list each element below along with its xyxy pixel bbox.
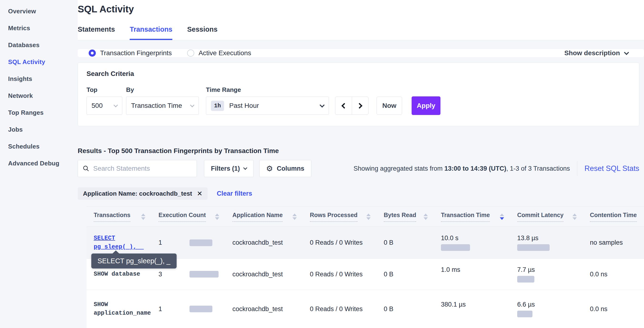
execution-count-bar (190, 306, 212, 312)
clear-filters-link[interactable]: Clear filters (217, 190, 252, 197)
execution-count-bar (190, 271, 218, 278)
sort-icons[interactable] (572, 213, 577, 220)
by-select-value: Transaction Time (131, 102, 182, 110)
chevron-right-icon (356, 103, 362, 109)
search-input[interactable] (93, 165, 192, 172)
chevron-down-icon (624, 50, 629, 55)
sort-icons[interactable] (292, 213, 297, 220)
columns-label: Columns (277, 165, 304, 172)
execution-count-cell: 1 (158, 305, 232, 313)
contention-time-cell: 0.0 ns (590, 271, 644, 278)
transaction-fingerprint-link[interactable]: SELECT (94, 234, 158, 243)
transaction-cell: SHOW database (94, 270, 158, 279)
search-criteria-title: Search Criteria (86, 70, 630, 78)
filter-chip-label: Application Name: cockroachdb_test (83, 190, 192, 197)
sidebar-item-schedules[interactable]: Schedules (0, 138, 78, 155)
application-name-cell: cockroachdb_test (232, 305, 310, 313)
table-row: SHOW application_name 1 cockroachdb_test… (86, 290, 644, 328)
chevron-down-icon (243, 166, 247, 170)
transaction-fingerprint-link[interactable]: SHOW database (94, 270, 158, 279)
transaction-fingerprint-link[interactable]: application_name (94, 309, 158, 318)
radio-label: Active Executions (198, 49, 251, 57)
sort-icons[interactable] (424, 213, 428, 220)
sort-icons-active[interactable] (500, 213, 504, 220)
apply-button[interactable]: Apply (412, 96, 440, 115)
rows-processed-cell: 0 Reads / 0 Writes (310, 239, 384, 246)
sort-icons[interactable] (141, 213, 146, 220)
column-header-commit-latency: Commit Latency (517, 212, 590, 222)
top-select[interactable]: 500 (86, 97, 122, 115)
transactions-table: Transactions Execution Count Application… (86, 206, 644, 328)
radio-selected-icon (89, 49, 96, 57)
search-icon (83, 165, 90, 172)
sidebar-item-jobs[interactable]: Jobs (0, 121, 78, 138)
column-header-execution-count: Execution Count (158, 212, 232, 222)
tab-statements[interactable]: Statements (78, 25, 115, 40)
statement-tooltip: SELECT pg_sleep(_), _ (91, 254, 176, 269)
sidebar-item-top-ranges[interactable]: Top Ranges (0, 104, 78, 121)
show-description-toggle[interactable]: Show description (564, 49, 628, 57)
time-range-value: Past Hour (229, 102, 259, 110)
execution-count-cell: 1 (158, 239, 232, 246)
active-filters-row: Application Name: cockroachdb_test ✕ Cle… (78, 187, 644, 200)
tab-bar: Statements Transactions Sessions (78, 25, 644, 40)
sort-icons[interactable] (366, 213, 370, 220)
sidebar-item-network[interactable]: Network (0, 87, 78, 104)
radio-label: Transaction Fingerprints (100, 49, 172, 57)
table-header-row: Transactions Execution Count Application… (86, 207, 644, 227)
sidebar-item-sql-activity[interactable]: SQL Activity (0, 54, 78, 70)
sidebar-item-metrics[interactable]: Metrics (0, 20, 78, 37)
transaction-fingerprint-link[interactable]: SHOW (94, 300, 158, 309)
sidebar-item-advanced-debug[interactable]: Advanced Debug (0, 155, 78, 172)
commit-latency-cell: 6.6 µs (517, 301, 590, 317)
transaction-time-cell: 1.0 ms (441, 266, 517, 283)
view-toggle-band: Transaction Fingerprints Active Executio… (78, 49, 644, 57)
chevron-down-icon (320, 102, 324, 107)
execution-count-bar (190, 239, 212, 246)
reset-sql-stats-link[interactable]: Reset SQL Stats (584, 164, 639, 173)
transaction-fingerprint-link[interactable]: pg_sleep(_), _ (94, 243, 158, 251)
column-header-transaction-time: Transaction Time (441, 212, 517, 222)
by-select[interactable]: Transaction Time (126, 97, 199, 115)
columns-button[interactable]: ⚙ Columns (259, 160, 311, 177)
tab-transactions[interactable]: Transactions (130, 25, 172, 40)
transaction-time-bar (441, 244, 470, 251)
application-name-cell: cockroachdb_test (232, 271, 310, 278)
vertical-divider (577, 161, 577, 176)
transaction-time-cell: 10.0 s (441, 234, 517, 251)
sidebar: Overview Metrics Databases SQL Activity … (0, 0, 78, 328)
commit-latency-bar (517, 311, 532, 317)
sidebar-item-overview[interactable]: Overview (0, 3, 78, 20)
next-time-button[interactable] (352, 97, 368, 115)
now-button[interactable]: Now (376, 97, 402, 115)
filters-button[interactable]: Filters (1) (204, 160, 254, 177)
radio-transaction-fingerprints[interactable]: Transaction Fingerprints (89, 49, 172, 57)
column-header-bytes-read: Bytes Read (384, 212, 441, 222)
commit-latency-cell: 13.8 µs (517, 234, 590, 251)
bytes-read-cell: 0 B (384, 239, 441, 246)
column-header-transactions: Transactions (94, 212, 158, 222)
tab-sessions[interactable]: Sessions (187, 25, 217, 40)
sort-icons[interactable] (215, 213, 219, 220)
execution-count-cell: 3 (158, 271, 232, 278)
previous-time-button[interactable] (335, 97, 352, 115)
time-range-select[interactable]: 1h Past Hour (206, 97, 329, 115)
top-select-value: 500 (92, 102, 103, 110)
close-icon[interactable]: ✕ (197, 190, 202, 197)
aggregated-stats-text: Showing aggregated stats from 13:00 to 1… (354, 165, 570, 172)
search-criteria-card: Search Criteria Top By Time Range 500 Tr… (78, 63, 639, 126)
sidebar-item-insights[interactable]: Insights (0, 70, 78, 87)
contention-time-cell: 0.0 ns (590, 305, 644, 313)
transaction-time-cell: 380.1 µs (441, 301, 517, 317)
page-title: SQL Activity (78, 4, 644, 14)
column-header-application-name: Application Name (232, 212, 310, 222)
by-label: By (126, 86, 199, 94)
main-content: SQL Activity Statements Transactions Ses… (78, 0, 644, 328)
time-range-badge: 1h (211, 101, 224, 111)
page-header: SQL Activity Statements Transactions Ses… (78, 0, 644, 40)
sidebar-item-databases[interactable]: Databases (0, 37, 78, 54)
top-label: Top (86, 86, 122, 94)
time-range-label: Time Range (206, 86, 241, 94)
filter-chip[interactable]: Application Name: cockroachdb_test ✕ (78, 187, 208, 200)
radio-active-executions[interactable]: Active Executions (187, 49, 251, 57)
